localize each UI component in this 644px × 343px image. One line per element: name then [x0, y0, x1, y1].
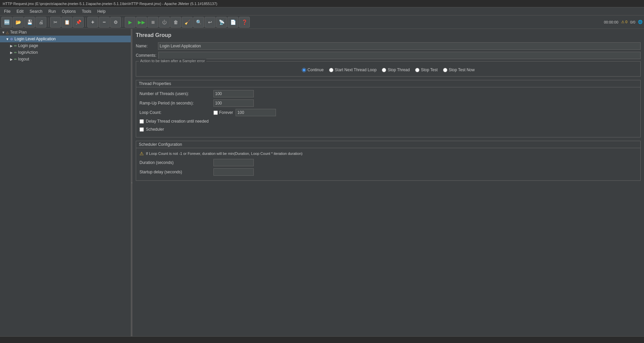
- menu-item-search[interactable]: Search: [27, 8, 45, 14]
- name-input[interactable]: [158, 42, 641, 50]
- menu-bar: FileEditSearchRunOptionsToolsHelp: [0, 7, 644, 15]
- clear-button[interactable]: 🗑: [170, 17, 181, 28]
- menu-item-options[interactable]: Options: [59, 8, 78, 14]
- num-threads-label: Number of Threads (users):: [139, 91, 213, 96]
- error-display: 0/0: [630, 20, 635, 24]
- scheduler-checkbox[interactable]: [139, 127, 144, 132]
- radio-continue-label: Continue: [308, 68, 324, 72]
- timer-display: 00:00:00: [604, 20, 618, 24]
- sidebar-label-test-plan: Test Plan: [10, 30, 27, 35]
- action-error-group: Action to be taken after a Sampler error…: [136, 61, 641, 77]
- scheduler-config-title: Scheduler Configuration: [136, 141, 640, 148]
- remove-button[interactable]: −: [99, 17, 110, 28]
- radio-continue[interactable]: Continue: [302, 68, 324, 72]
- sidebar-item-test-plan[interactable]: ▼ △ Test Plan: [0, 29, 131, 36]
- thread-properties-group: Thread Properties Number of Threads (use…: [136, 80, 641, 137]
- toggle-button[interactable]: ⚙: [110, 17, 121, 28]
- panel-title: Thread Group: [136, 32, 641, 38]
- ramp-up-label: Ramp-Up Period (in seconds):: [139, 101, 213, 105]
- template-button[interactable]: 📄: [228, 17, 238, 28]
- radio-stop-thread[interactable]: Stop Thread: [382, 68, 410, 72]
- comments-input[interactable]: [158, 52, 641, 59]
- start-button[interactable]: ▶: [125, 17, 135, 28]
- copy-button[interactable]: 📋: [62, 17, 72, 28]
- sidebar-item-logout[interactable]: ▶ ✏ logout: [0, 56, 131, 62]
- reset-search-button[interactable]: ↩: [205, 17, 215, 28]
- save-button[interactable]: 💾: [24, 17, 35, 28]
- delay-thread-label: Delay Thread creation until needed: [146, 119, 209, 124]
- login-level-app-icon: ⚙: [10, 37, 13, 41]
- shutdown-button[interactable]: ⏻: [159, 17, 170, 28]
- title-bar: HTTP Request.jmx (E:\projects\apache-jme…: [0, 0, 644, 7]
- loop-count-label: Loop Count:: [139, 110, 213, 115]
- separator-1: [48, 17, 48, 27]
- open-button[interactable]: 📂: [13, 17, 24, 28]
- start-no-pause-button[interactable]: ▶▶: [136, 17, 147, 28]
- scheduler-config-body: ⚠ If Loop Count is not -1 or Forever, du…: [136, 148, 640, 180]
- menu-item-help[interactable]: Help: [94, 8, 108, 14]
- expand-icon-login-page: ▶: [9, 44, 13, 48]
- thread-properties-body: Number of Threads (users): Ramp-Up Perio…: [136, 87, 640, 137]
- comments-row: Comments:: [136, 52, 641, 59]
- sidebar-label-login-action: loginAction: [18, 50, 38, 55]
- menu-item-run[interactable]: Run: [46, 8, 58, 14]
- expand-icon-login-action: ▶: [9, 51, 13, 54]
- sidebar-item-login-page[interactable]: ▶ ✏ Login page: [0, 42, 131, 49]
- menu-item-file[interactable]: File: [1, 8, 13, 14]
- thread-properties-title: Thread Properties: [136, 80, 640, 87]
- ramp-up-row: Ramp-Up Period (in seconds):: [139, 99, 637, 107]
- expand-icon-logout: ▶: [9, 57, 13, 61]
- comments-label: Comments:: [136, 53, 156, 58]
- login-page-icon: ✏: [14, 44, 17, 48]
- scheduler-config-group: Scheduler Configuration ⚠ If Loop Count …: [136, 141, 641, 181]
- remote-start-button[interactable]: 📡: [216, 17, 227, 28]
- num-threads-input[interactable]: [213, 90, 254, 97]
- radio-stop-test-now-label: Stop Test Now: [449, 68, 475, 72]
- add-button[interactable]: +: [87, 17, 98, 28]
- search-button[interactable]: 🔍: [193, 17, 204, 28]
- radio-stop-test-label: Stop Test: [421, 68, 438, 72]
- action-error-legend: Action to be taken after a Sampler error: [139, 59, 206, 63]
- startup-delay-input[interactable]: [213, 168, 254, 176]
- scheduler-label: Scheduler: [146, 127, 164, 132]
- sidebar-item-login-level-application[interactable]: ▼ ⚙ Login Level Application: [0, 36, 131, 42]
- toolbar-right: 00:00:00 ⚠ 0 0/0 🌐: [604, 20, 643, 24]
- sidebar-label-login-page: Login page: [18, 43, 38, 48]
- title-text: HTTP Request.jmx (E:\projects\apache-jme…: [3, 2, 217, 6]
- duration-input[interactable]: [213, 159, 254, 166]
- warning-icon: ⚠: [139, 151, 144, 156]
- radio-stop-test-now[interactable]: Stop Test Now: [443, 68, 475, 72]
- scheduler-row: Scheduler: [139, 126, 637, 132]
- loop-count-row: Loop Count: Forever: [139, 109, 637, 116]
- stop-button[interactable]: ⏹: [148, 17, 158, 28]
- clear-all-button[interactable]: 🧹: [182, 17, 193, 28]
- radio-stop-test[interactable]: Stop Test: [415, 68, 438, 72]
- paste-button[interactable]: 📌: [73, 17, 84, 28]
- ramp-up-input[interactable]: [213, 99, 254, 107]
- loop-count-input[interactable]: [236, 109, 276, 116]
- sidebar: ▼ △ Test Plan ▼ ⚙ Login Level Applicatio…: [0, 29, 131, 336]
- separator-2: [85, 17, 86, 27]
- delay-thread-checkbox[interactable]: [139, 119, 144, 124]
- sidebar-item-login-action[interactable]: ▶ ✏ loginAction: [0, 49, 131, 56]
- forever-checkbox[interactable]: [213, 111, 218, 115]
- warning-display: ⚠ 0: [621, 20, 628, 24]
- action-radio-group: Continue Start Next Thread Loop Stop Thr…: [139, 64, 637, 74]
- login-action-icon: ✏: [14, 51, 17, 54]
- menu-item-edit[interactable]: Edit: [14, 8, 26, 14]
- cut-button[interactable]: ✂: [50, 17, 61, 28]
- name-row: Name:: [136, 42, 641, 50]
- help-button[interactable]: ❓: [239, 17, 250, 28]
- num-threads-row: Number of Threads (users):: [139, 90, 637, 97]
- save-as-button[interactable]: 🖨: [36, 17, 46, 28]
- startup-delay-row: Startup delay (seconds): [139, 168, 637, 176]
- sidebar-label-logout: logout: [18, 57, 29, 61]
- menu-item-tools[interactable]: Tools: [79, 8, 94, 14]
- logout-icon: ✏: [14, 57, 17, 61]
- radio-start-next[interactable]: Start Next Thread Loop: [329, 68, 377, 72]
- new-button[interactable]: 🆕: [1, 17, 12, 28]
- name-label: Name:: [136, 44, 156, 48]
- duration-label: Duration (seconds): [139, 160, 213, 165]
- content-area: Thread Group Name: Comments: Action to b…: [132, 29, 644, 336]
- radio-stop-thread-label: Stop Thread: [388, 68, 410, 72]
